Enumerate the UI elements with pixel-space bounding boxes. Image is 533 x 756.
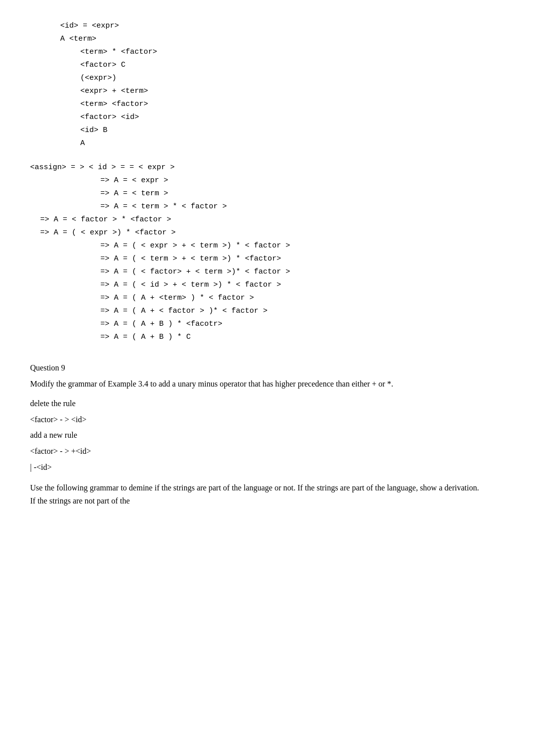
derivation-step-13: => A = ( A + B ) * C <box>100 331 482 343</box>
rule-alt: | -<id> <box>30 461 482 474</box>
derivation-step-9: => A = ( < id > + < term >) * < factor > <box>100 279 482 291</box>
rule-intro1: delete the rule <box>30 397 482 410</box>
grammar-line-4: <factor> C <box>80 59 482 71</box>
content-block: <id> = <expr> A <term> <term> * <factor>… <box>30 20 482 507</box>
rule-new: <factor> - > +<id> <box>30 445 482 458</box>
rule-intro2: add a new rule <box>30 429 482 442</box>
grammar-line-1: <id> = <expr> <box>60 20 482 32</box>
derivation-title: <assign> = > < id > = = < expr > <box>30 162 482 174</box>
grammar-line-8: <factor> <id> <box>80 111 482 123</box>
question9-section: Question 9 Modify the grammar of Example… <box>30 361 482 507</box>
grammar-line-10: A <box>80 138 482 150</box>
derivation-step-1: => A = < expr > <box>100 175 482 187</box>
question9-body: Modify the grammar of Example 3.4 to add… <box>30 377 482 391</box>
rule-old: <factor> - > <id> <box>30 413 482 426</box>
last-paragraph: Use the following grammar to demine if t… <box>30 481 482 507</box>
derivation-step-5: => A = ( < expr >) * <factor > <box>40 227 482 239</box>
grammar-line-9: <id> B <box>80 124 482 137</box>
derivation-step-4: => A = < factor > * <factor > <box>40 214 482 226</box>
derivation-step-3: => A = < term > * < factor > <box>100 201 482 213</box>
derivation-step-2: => A = < term > <box>100 188 482 200</box>
derivation-step-12: => A = ( A + B ) * <facotr> <box>100 318 482 330</box>
derivation-step-6: => A = ( < expr > + < term >) * < factor… <box>100 240 482 252</box>
question9-title: Question 9 <box>30 361 482 374</box>
grammar-line-6: <expr> + <term> <box>80 85 482 97</box>
derivation-step-11: => A = ( A + < factor > )* < factor > <box>100 305 482 317</box>
derivation-step-8: => A = ( < factor> + < term >)* < factor… <box>100 266 482 278</box>
derivation-section: <assign> = > < id > = = < expr > => A = … <box>30 162 482 343</box>
grammar-line-3: <term> * <factor> <box>80 46 482 58</box>
derivation-step-7: => A = ( < term > + < term >) * <factor> <box>100 253 482 265</box>
grammar-tree-section: <id> = <expr> A <term> <term> * <factor>… <box>30 20 482 150</box>
grammar-line-7: <term> <factor> <box>80 98 482 110</box>
derivation-step-10: => A = ( A + <term> ) * < factor > <box>100 292 482 304</box>
grammar-line-5: (<expr>) <box>80 72 482 84</box>
grammar-line-2: A <term> <box>60 33 482 45</box>
